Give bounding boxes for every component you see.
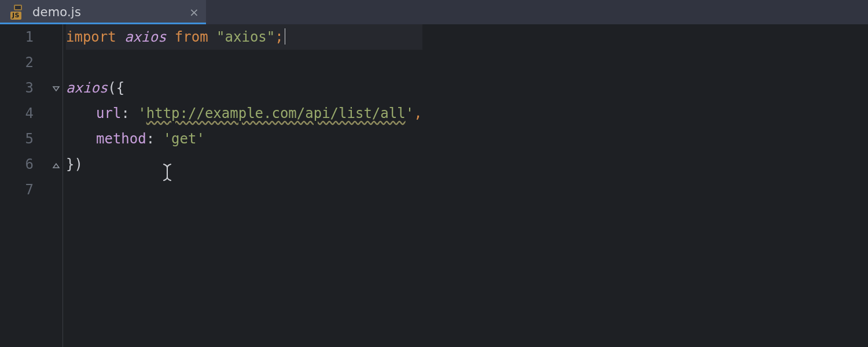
text-cursor-icon bbox=[162, 163, 172, 182]
fold-gutter bbox=[52, 24, 62, 347]
text-caret bbox=[285, 28, 286, 45]
line-number: 1 bbox=[0, 24, 34, 50]
code-line[interactable]: }) bbox=[66, 152, 422, 177]
line-number: 2 bbox=[0, 50, 34, 75]
code-editor[interactable]: 1 2 3 4 5 6 7 import axios from "axios";… bbox=[0, 24, 868, 347]
close-icon[interactable]: × bbox=[189, 6, 199, 18]
line-number: 3 bbox=[0, 75, 34, 101]
tab-demo-js[interactable]: JS demo.js × bbox=[0, 0, 206, 24]
tab-bar: JS demo.js × bbox=[0, 0, 868, 24]
line-number: 7 bbox=[0, 177, 34, 202]
code-line[interactable] bbox=[66, 177, 422, 202]
code-line[interactable]: url: 'http://example.com/api/list/all', bbox=[66, 101, 422, 126]
code-line[interactable]: method: 'get' bbox=[66, 126, 422, 152]
tab-filename: demo.js bbox=[32, 5, 81, 19]
code-line[interactable] bbox=[66, 50, 422, 75]
code-line[interactable]: axios({ bbox=[66, 75, 422, 101]
fold-open-icon[interactable] bbox=[52, 84, 60, 93]
code-area[interactable]: import axios from "axios"; axios({ url: … bbox=[62, 24, 422, 347]
line-number: 4 bbox=[0, 101, 34, 126]
fold-close-icon[interactable] bbox=[52, 162, 60, 170]
javascript-file-icon: JS bbox=[10, 6, 25, 19]
line-number-gutter: 1 2 3 4 5 6 7 bbox=[0, 24, 52, 347]
line-number: 6 bbox=[0, 152, 34, 177]
code-line[interactable]: import axios from "axios"; bbox=[66, 24, 422, 50]
line-number: 5 bbox=[0, 126, 34, 152]
url-link[interactable]: http://example.com/api/list/all bbox=[146, 105, 406, 121]
